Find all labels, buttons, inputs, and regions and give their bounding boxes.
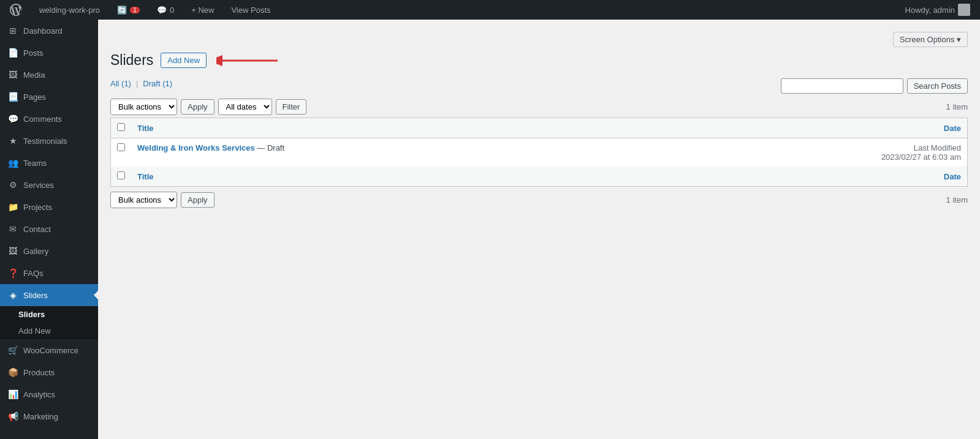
comments-item[interactable]: 💬 0 xyxy=(153,0,178,20)
projects-icon: 📁 xyxy=(7,202,18,212)
submenu-item-add-new[interactable]: Add New xyxy=(0,323,98,339)
site-name-item[interactable]: welding-work-pro xyxy=(36,0,104,20)
view-draft[interactable]: Draft (1) xyxy=(143,79,172,88)
howdy-item[interactable]: Howdy, admin xyxy=(902,0,974,20)
sidebar-item-faqs[interactable]: ❓ FAQs xyxy=(0,262,98,284)
contact-icon: ✉ xyxy=(7,224,18,234)
sidebar-item-label: Media xyxy=(23,70,45,80)
date-col-label: Date xyxy=(944,124,961,133)
screen-options-button[interactable]: Screen Options ▾ xyxy=(893,32,968,47)
posts-icon: 📄 xyxy=(7,48,18,58)
bottom-actions-left: Bulk actions Apply xyxy=(110,192,215,208)
sidebar-item-gallery[interactable]: 🖼 Gallery xyxy=(0,240,98,262)
sidebar-item-comments[interactable]: 💬 Comments xyxy=(0,108,98,130)
table-row: Welding & Iron Works Services — Draft La… xyxy=(111,138,968,167)
check-all-checkbox[interactable] xyxy=(117,123,125,131)
apply-top-button[interactable]: Apply xyxy=(181,99,215,114)
sidebar: ⊞ Dashboard 📄 Posts 🖼 Media 📃 Pages 💬 Co… xyxy=(0,20,98,439)
check-all-checkbox-bottom[interactable] xyxy=(117,171,125,179)
bottom-actions-bar: Bulk actions Apply 1 item xyxy=(110,192,968,208)
active-indicator xyxy=(94,290,98,300)
avatar xyxy=(958,4,970,16)
post-status: — Draft xyxy=(257,143,284,152)
updates-count: 1 xyxy=(130,7,140,13)
row-checkbox[interactable] xyxy=(117,143,125,151)
submenu-item-sliders[interactable]: Sliders xyxy=(0,306,98,323)
posts-table: Title Date Welding & Iron Works Services… xyxy=(110,118,968,187)
sidebar-item-teams[interactable]: 👥 Teams xyxy=(0,152,98,174)
sliders-icon: ◈ xyxy=(7,290,18,300)
title-col-header[interactable]: Title xyxy=(131,118,661,138)
bulk-actions-bottom-select[interactable]: Bulk actions xyxy=(110,192,177,208)
view-all[interactable]: All (1) xyxy=(110,79,131,88)
red-arrow-icon xyxy=(216,53,290,68)
date-col-header-bottom[interactable]: Date xyxy=(661,167,967,187)
post-title-link[interactable]: Welding & Iron Works Services xyxy=(137,143,255,152)
pages-icon: 📃 xyxy=(7,92,18,102)
new-item[interactable]: + New xyxy=(188,0,218,20)
sidebar-item-label: Analytics xyxy=(23,390,55,399)
date-label: Last Modified xyxy=(667,143,961,152)
media-icon: 🖼 xyxy=(7,70,18,80)
sidebar-item-dashboard[interactable]: ⊞ Dashboard xyxy=(0,20,98,42)
admin-bar: welding-work-pro 🔄 1 💬 0 + New View Post… xyxy=(0,0,980,20)
sidebar-item-projects[interactable]: 📁 Projects xyxy=(0,196,98,218)
products-icon: 📦 xyxy=(7,367,18,377)
add-new-button[interactable]: Add New xyxy=(161,53,207,68)
title-col-header-bottom[interactable]: Title xyxy=(131,167,661,187)
sidebar-item-label: Marketing xyxy=(23,412,58,421)
sidebar-item-label: Comments xyxy=(23,114,62,124)
filter-button[interactable]: Filter xyxy=(276,99,307,114)
top-actions-left: Bulk actions Apply All dates Filter xyxy=(110,99,306,115)
sidebar-item-posts[interactable]: 📄 Posts xyxy=(0,42,98,64)
sidebar-item-media[interactable]: 🖼 Media xyxy=(0,64,98,86)
views-bar: All (1) | Draft (1) xyxy=(110,79,172,88)
sidebar-item-label: Testimonials xyxy=(23,137,67,146)
view-posts-item[interactable]: View Posts xyxy=(227,0,274,20)
sidebar-item-pages[interactable]: 📃 Pages xyxy=(0,86,98,108)
sidebar-item-products[interactable]: 📦 Products xyxy=(0,361,98,383)
sidebar-item-sliders[interactable]: ◈ Sliders xyxy=(0,284,98,306)
woocommerce-icon: 🛒 xyxy=(7,345,18,355)
updates-icon: 🔄 xyxy=(117,6,127,15)
updates-item[interactable]: 🔄 1 xyxy=(113,0,143,20)
search-input[interactable] xyxy=(781,78,903,94)
testimonials-icon: ★ xyxy=(7,136,18,146)
sidebar-item-testimonials[interactable]: ★ Testimonials xyxy=(0,130,98,152)
analytics-icon: 📊 xyxy=(7,389,18,399)
bulk-actions-top-select[interactable]: Bulk actions xyxy=(110,99,177,115)
date-col-label-bottom: Date xyxy=(944,172,961,181)
sidebar-item-contact[interactable]: ✉ Contact xyxy=(0,218,98,240)
top-actions-bar: Bulk actions Apply All dates Filter 1 it… xyxy=(110,99,968,115)
title-col-label: Title xyxy=(137,124,154,133)
faqs-icon: ❓ xyxy=(7,268,18,278)
sidebar-item-label: Posts xyxy=(23,48,44,58)
comments-count: 0 xyxy=(170,6,174,15)
sidebar-item-services[interactable]: ⚙ Services xyxy=(0,174,98,196)
sidebar-item-label: Dashboard xyxy=(23,26,63,36)
screen-options-bar: Screen Options ▾ xyxy=(110,32,968,47)
date-col-header[interactable]: Date xyxy=(661,118,967,138)
sliders-submenu: Sliders Add New xyxy=(0,306,98,339)
row-date-cell: Last Modified 2023/02/27 at 6:03 am xyxy=(661,138,967,167)
sidebar-item-marketing[interactable]: 📢 Marketing xyxy=(0,405,98,427)
teams-icon: 👥 xyxy=(7,158,18,168)
arrow-annotation xyxy=(216,53,290,68)
screen-options-label: Screen Options ▾ xyxy=(900,35,961,44)
title-col-label-bottom: Title xyxy=(137,172,154,181)
apply-bottom-button[interactable]: Apply xyxy=(181,192,215,208)
check-all-col xyxy=(111,118,132,138)
site-name: welding-work-pro xyxy=(39,6,100,15)
dates-select[interactable]: All dates xyxy=(218,99,272,115)
main-content: Screen Options ▾ Sliders Add New xyxy=(98,20,980,439)
sidebar-item-woocommerce[interactable]: 🛒 WooCommerce xyxy=(0,339,98,361)
sidebar-item-analytics[interactable]: 📊 Analytics xyxy=(0,383,98,405)
comments-icon: 💬 xyxy=(157,6,167,15)
new-label: + New xyxy=(191,6,214,15)
search-area: Search Posts xyxy=(781,78,968,94)
sidebar-item-label: WooCommerce xyxy=(23,346,78,355)
search-posts-button[interactable]: Search Posts xyxy=(907,78,968,94)
view-posts-label: View Posts xyxy=(231,6,270,15)
page-title: Sliders xyxy=(110,52,153,69)
wp-logo-item[interactable] xyxy=(6,0,26,20)
